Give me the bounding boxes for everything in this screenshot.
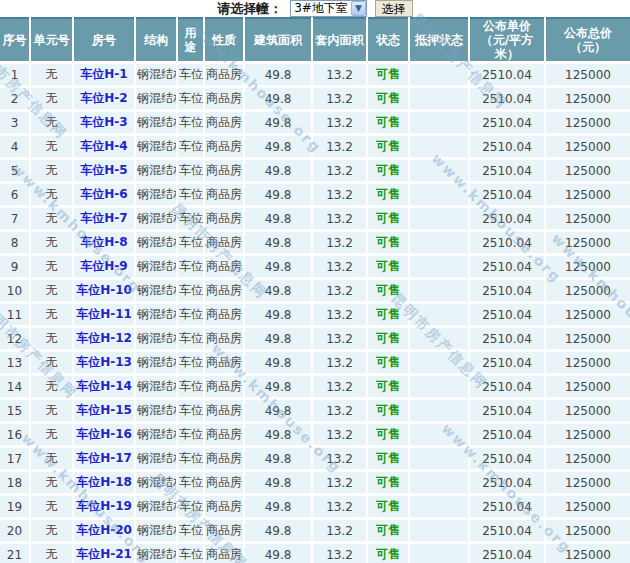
cell-structure: 钢混结构 <box>135 207 177 231</box>
cell-status: 可售 <box>367 495 409 519</box>
cell-use: 车位 <box>177 207 204 231</box>
cell-nature: 商品房 <box>204 351 244 375</box>
chevron-down-icon[interactable]: ▼ <box>351 1 366 16</box>
cell-inner-area: 13.2 <box>312 255 367 279</box>
cell-inner-area: 13.2 <box>312 375 367 399</box>
cell-use: 车位 <box>177 375 204 399</box>
cell-seq: 3 <box>0 111 30 135</box>
cell-unit-price: 2510.04 <box>469 87 545 111</box>
room-link[interactable]: 车位H-16 <box>76 427 132 441</box>
cell-unit: 无 <box>30 447 73 471</box>
cell-nature: 商品房 <box>204 255 244 279</box>
cell-nature: 商品房 <box>204 423 244 447</box>
room-link[interactable]: 车位H-15 <box>76 403 132 417</box>
cell-nature: 商品房 <box>204 327 244 351</box>
table-row: 14 无 车位H-14 钢混结构 车位 商品房 49.8 13.2 可售 251… <box>0 375 630 399</box>
cell-total-price: 125000 <box>545 543 630 563</box>
cell-mortgage <box>409 519 469 543</box>
room-link[interactable]: 车位H-11 <box>76 307 132 321</box>
cell-use: 车位 <box>177 447 204 471</box>
cell-seq: 20 <box>0 519 30 543</box>
table-row: 20 无 车位H-20 钢混结构 车位 商品房 49.8 13.2 可售 251… <box>0 519 630 543</box>
table-body: 1 无 车位H-1 钢混结构 车位 商品房 49.8 13.2 可售 2510.… <box>0 63 630 563</box>
cell-inner-area: 13.2 <box>312 207 367 231</box>
cell-seq: 17 <box>0 447 30 471</box>
room-link[interactable]: 车位H-5 <box>80 163 127 177</box>
cell-use: 车位 <box>177 351 204 375</box>
cell-inner-area: 13.2 <box>312 279 367 303</box>
room-link[interactable]: 车位H-20 <box>76 523 132 537</box>
room-link[interactable]: 车位H-19 <box>76 499 132 513</box>
cell-room: 车位H-14 <box>73 375 135 399</box>
room-link[interactable]: 车位H-4 <box>80 139 127 153</box>
cell-total-price: 125000 <box>545 423 630 447</box>
cell-nature: 商品房 <box>204 135 244 159</box>
cell-unit: 无 <box>30 183 73 207</box>
room-link[interactable]: 车位H-18 <box>76 475 132 489</box>
room-link[interactable]: 车位H-9 <box>80 259 127 273</box>
cell-unit-price: 2510.04 <box>469 471 545 495</box>
room-link[interactable]: 车位H-13 <box>76 355 132 369</box>
room-link[interactable]: 车位H-8 <box>80 235 127 249</box>
cell-inner-area: 13.2 <box>312 495 367 519</box>
cell-nature: 商品房 <box>204 519 244 543</box>
cell-nature: 商品房 <box>204 303 244 327</box>
cell-build-area: 49.8 <box>244 351 312 375</box>
room-link[interactable]: 车位H-17 <box>76 451 132 465</box>
cell-seq: 4 <box>0 135 30 159</box>
cell-structure: 钢混结构 <box>135 399 177 423</box>
cell-inner-area: 13.2 <box>312 159 367 183</box>
select-button[interactable]: 选择 <box>375 0 413 17</box>
cell-inner-area: 13.2 <box>312 399 367 423</box>
cell-seq: 12 <box>0 327 30 351</box>
table-row: 4 无 车位H-4 钢混结构 车位 商品房 49.8 13.2 可售 2510.… <box>0 135 630 159</box>
cell-unit-price: 2510.04 <box>469 63 545 87</box>
cell-structure: 钢混结构 <box>135 255 177 279</box>
cell-use: 车位 <box>177 63 204 87</box>
cell-unit-price: 2510.04 <box>469 111 545 135</box>
room-link[interactable]: 车位H-12 <box>76 331 132 345</box>
cell-unit: 无 <box>30 207 73 231</box>
cell-use: 车位 <box>177 399 204 423</box>
cell-seq: 9 <box>0 255 30 279</box>
building-select[interactable]: 3#地下室 ▼ <box>290 0 367 17</box>
cell-unit: 无 <box>30 543 73 563</box>
cell-mortgage <box>409 447 469 471</box>
cell-room: 车位H-4 <box>73 135 135 159</box>
cell-status: 可售 <box>367 327 409 351</box>
room-link[interactable]: 车位H-1 <box>80 67 127 81</box>
room-link[interactable]: 车位H-6 <box>80 187 127 201</box>
cell-use: 车位 <box>177 255 204 279</box>
cell-build-area: 49.8 <box>244 423 312 447</box>
cell-build-area: 49.8 <box>244 87 312 111</box>
cell-mortgage <box>409 159 469 183</box>
cell-unit: 无 <box>30 159 73 183</box>
column-header-inner-area: 套内面积 <box>312 18 367 63</box>
room-link[interactable]: 车位H-7 <box>80 211 127 225</box>
cell-unit-price: 2510.04 <box>469 423 545 447</box>
cell-structure: 钢混结构 <box>135 351 177 375</box>
cell-room: 车位H-17 <box>73 447 135 471</box>
cell-use: 车位 <box>177 495 204 519</box>
room-link[interactable]: 车位H-14 <box>76 379 132 393</box>
cell-total-price: 125000 <box>545 255 630 279</box>
room-link[interactable]: 车位H-2 <box>80 91 127 105</box>
cell-unit: 无 <box>30 231 73 255</box>
cell-mortgage <box>409 399 469 423</box>
room-link[interactable]: 车位H-10 <box>76 283 132 297</box>
room-link[interactable]: 车位H-21 <box>76 547 132 561</box>
cell-total-price: 125000 <box>545 279 630 303</box>
table-row: 1 无 车位H-1 钢混结构 车位 商品房 49.8 13.2 可售 2510.… <box>0 63 630 87</box>
cell-total-price: 125000 <box>545 399 630 423</box>
cell-nature: 商品房 <box>204 543 244 563</box>
cell-nature: 商品房 <box>204 207 244 231</box>
cell-unit-price: 2510.04 <box>469 399 545 423</box>
cell-mortgage <box>409 135 469 159</box>
cell-seq: 1 <box>0 63 30 87</box>
cell-structure: 钢混结构 <box>135 87 177 111</box>
cell-room: 车位H-2 <box>73 87 135 111</box>
cell-build-area: 49.8 <box>244 63 312 87</box>
room-link[interactable]: 车位H-3 <box>80 115 127 129</box>
cell-structure: 钢混结构 <box>135 183 177 207</box>
cell-unit-price: 2510.04 <box>469 207 545 231</box>
